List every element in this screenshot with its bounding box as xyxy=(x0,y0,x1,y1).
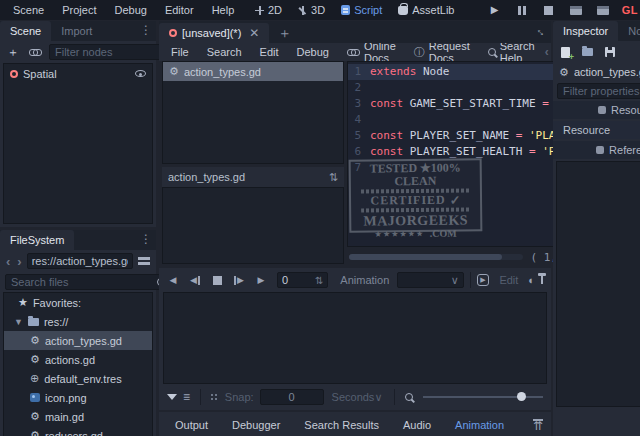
favorites-row[interactable]: ★ Favorites: xyxy=(4,293,152,312)
file-row[interactable]: ⚙ actions.gd xyxy=(4,350,152,369)
members-list[interactable] xyxy=(162,187,344,264)
group-resource[interactable]: Resource xyxy=(553,121,640,139)
horizontal-scrollbar[interactable] xyxy=(349,254,523,260)
snap-value-input[interactable] xyxy=(260,389,324,405)
script-menu-search[interactable]: Search xyxy=(199,46,250,58)
pin-panel-icon[interactable] xyxy=(541,276,543,284)
filter-properties-input[interactable] xyxy=(563,85,640,97)
video-driver-label[interactable]: GL xyxy=(622,4,638,16)
zoom-slider-handle[interactable] xyxy=(517,392,526,401)
instance-scene-button[interactable] xyxy=(27,44,43,60)
script-icon: ⚙ xyxy=(30,354,40,365)
stop-button[interactable] xyxy=(541,2,557,18)
menu-debug[interactable]: Debug xyxy=(105,0,155,20)
current-path-field[interactable] xyxy=(27,253,133,269)
toggle-split-mode-button[interactable] xyxy=(136,253,152,269)
menu-scene[interactable]: Scene xyxy=(4,0,53,20)
file-row[interactable]: ⊕ default_env.tres xyxy=(4,369,152,388)
workspace-script-button[interactable]: Script xyxy=(341,4,382,16)
new-scene-tab-button[interactable]: ＋ xyxy=(269,25,299,43)
script-menu-file[interactable]: File xyxy=(163,46,197,58)
play-scene-button[interactable] xyxy=(568,2,584,18)
save-resource-icon[interactable] xyxy=(605,47,615,57)
root-folder-row[interactable]: ▼ res:// xyxy=(4,312,152,331)
autoplay-on-load-icon[interactable]: ▶ xyxy=(477,274,490,286)
play-backwards-from-end-button[interactable]: ◀ xyxy=(163,271,183,289)
scene-tree[interactable]: Spatial xyxy=(3,63,153,224)
tab-filesystem[interactable]: FileSystem xyxy=(0,230,74,250)
node-name: Spatial xyxy=(23,68,130,80)
dock-menu-icon[interactable]: ⋮ xyxy=(136,233,156,245)
seek-value-input[interactable] xyxy=(282,274,312,286)
dock-menu-icon[interactable]: ⋮ xyxy=(136,24,156,36)
animation-track-area[interactable] xyxy=(163,292,547,384)
edited-resource-name: action_types.gd xyxy=(574,66,640,78)
nav-forward-icon[interactable]: › xyxy=(15,255,23,268)
pause-button[interactable] xyxy=(514,2,530,18)
scene-tab-unsaved[interactable]: [unsaved](*) ✕ xyxy=(159,23,269,43)
tab-output[interactable]: Output xyxy=(165,419,218,431)
history-back-icon[interactable]: ‹ xyxy=(545,45,549,59)
zoom-slider[interactable] xyxy=(423,396,543,398)
tab-animation[interactable]: Animation xyxy=(445,419,514,431)
menu-help[interactable]: Help xyxy=(203,0,244,20)
tab-audio[interactable]: Audio xyxy=(393,419,441,431)
play-custom-scene-button[interactable] xyxy=(595,2,611,18)
tab-import[interactable]: Import xyxy=(51,21,102,41)
play-button-anim[interactable]: ▶ xyxy=(251,271,271,289)
category-label: Resource xyxy=(611,104,640,116)
workspace-3d-button[interactable]: 3D xyxy=(298,4,325,16)
filesystem-tree[interactable]: ★ Favorites: ▼ res:// ⚙ action_types.gd … xyxy=(3,292,153,436)
nav-back-icon[interactable]: ‹ xyxy=(4,255,12,268)
open-scripts-list[interactable]: ⚙ action_types.gd xyxy=(162,61,344,164)
category-resource[interactable]: Resource xyxy=(553,101,640,119)
play-from-start-button[interactable]: ▶ xyxy=(229,271,249,289)
tab-inspector[interactable]: Inspector xyxy=(553,21,618,41)
members-panel-header: action_types.gd ⇅ xyxy=(162,167,344,187)
collapse-arrow-icon[interactable]: ▼ xyxy=(14,317,23,327)
tab-search-results[interactable]: Search Results xyxy=(294,419,389,431)
tab-scene[interactable]: Scene xyxy=(0,21,51,41)
edited-resource-row[interactable]: ⚙ action_types.gd xyxy=(553,63,640,81)
file-row[interactable]: ⚙ reducers.gd xyxy=(4,426,152,436)
file-name: action_types.gd xyxy=(45,335,146,347)
filter-tracks-icon[interactable] xyxy=(167,394,177,400)
visibility-eye-icon[interactable] xyxy=(135,70,146,77)
workspace-2d-button[interactable]: 2D xyxy=(255,4,282,16)
onion-skinning-icon[interactable]: ◐ xyxy=(528,275,535,286)
play-backwards-button[interactable]: ◀ xyxy=(185,271,205,289)
seek-spinbox[interactable]: ⇅ xyxy=(277,272,328,288)
add-node-button[interactable]: ＋ xyxy=(5,44,21,60)
open-script-item[interactable]: ⚙ action_types.gd xyxy=(163,62,343,81)
anim-stop-button[interactable] xyxy=(207,271,227,289)
animation-select-dropdown[interactable]: ∨ xyxy=(397,272,464,288)
script-menu-edit[interactable]: Edit xyxy=(252,46,287,58)
spinbox-arrows-icon[interactable]: ⇅ xyxy=(315,275,323,286)
snap-unit-dropdown[interactable]: Seconds∨ xyxy=(330,391,385,404)
check-icon: ✓ xyxy=(450,194,461,207)
tab-node[interactable]: Node xyxy=(618,21,640,41)
scrollbar-handle[interactable] xyxy=(349,254,502,260)
expand-bottom-panel-icon[interactable]: ⇈ xyxy=(533,419,543,431)
menu-editor[interactable]: Editor xyxy=(156,0,203,20)
close-tab-icon[interactable]: ✕ xyxy=(249,26,259,40)
file-row[interactable]: ⚙ main.gd xyxy=(4,407,152,426)
new-resource-icon[interactable] xyxy=(561,47,570,58)
file-row[interactable]: icon.png xyxy=(4,388,152,407)
edit-animation-button[interactable]: Edit xyxy=(491,274,526,286)
workspace-assetlib-button[interactable]: AssetLib xyxy=(398,4,454,16)
scene-toolbar: ＋ xyxy=(0,41,156,63)
tab-debugger[interactable]: Debugger xyxy=(222,419,290,431)
scene-tree-node-spatial[interactable]: Spatial xyxy=(4,64,152,83)
search-files-input[interactable] xyxy=(11,276,153,288)
file-row[interactable]: ⚙ action_types.gd xyxy=(4,331,152,350)
load-resource-icon[interactable] xyxy=(582,48,593,56)
script-menu-debug[interactable]: Debug xyxy=(289,46,337,58)
category-reference[interactable]: Reference xyxy=(553,141,640,159)
distraction-free-icon[interactable]: ↔ xyxy=(534,24,550,40)
code-editor[interactable]: 1extends Node 2 3const GAME_SET_START_TI… xyxy=(347,61,583,247)
sort-members-icon[interactable]: ⇅ xyxy=(329,171,338,184)
play-button[interactable]: ▶ xyxy=(487,2,503,18)
group-tracks-icon[interactable]: ≡ xyxy=(183,391,190,403)
menu-project[interactable]: Project xyxy=(53,0,105,20)
